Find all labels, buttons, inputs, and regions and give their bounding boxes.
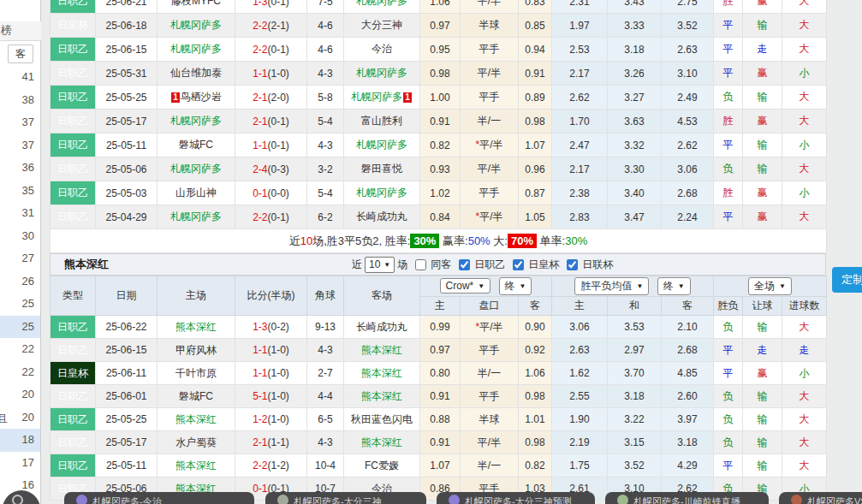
league-j2-checkbox[interactable] (459, 259, 470, 270)
emperor-cup-checkbox[interactable] (513, 259, 524, 270)
team-link[interactable]: 札幌冈萨多 (170, 115, 222, 127)
euro-draw-odds: 3.70 (608, 362, 662, 385)
euro-away-odds: 3.97 (662, 408, 714, 431)
league-cell: 日皇杯 (51, 362, 96, 385)
team-link[interactable]: 札幌冈萨多 (170, 163, 222, 175)
site-favicon (76, 495, 87, 504)
team-link[interactable]: 熊本深红 (175, 321, 217, 333)
team-link[interactable]: 秋田蓝色闪电 (351, 413, 413, 425)
filter-controls: 近 10▼ 场 同客 日职乙 日皇杯 日联杯 (352, 254, 613, 275)
full-time-score: 2-2 (253, 211, 267, 223)
match-row: 日皇杯25-06-18札幌冈萨多2-2(2-1)4-6大分三神0.97半球0.8… (51, 14, 827, 38)
team-link[interactable]: 札幌冈萨多 (356, 0, 407, 7)
asian-away-odds: 0.82 (519, 454, 552, 477)
same-away-checkbox[interactable] (415, 259, 426, 270)
away-filter-button[interactable]: 客 (8, 44, 33, 63)
team-link[interactable]: 鸟栖沙岩 (181, 91, 222, 103)
asian-time-select[interactable]: 终▼ (499, 277, 532, 295)
result-wdl: 平 (714, 205, 743, 229)
team-link[interactable]: 札幌冈萨多 (356, 139, 407, 151)
tab-preview-label: 札幌冈萨多-今治 (92, 495, 162, 504)
score-cell: 2-2(0-1) (235, 205, 307, 229)
taskbar-tab-preview[interactable]: 札幌冈萨多-今治 (64, 492, 254, 504)
result-group: 全场▼ (714, 276, 827, 297)
team-link[interactable]: 熊本深红 (361, 367, 402, 379)
team-link[interactable]: 札幌冈萨多 (170, 210, 222, 222)
euro-away-odds: 2.24 (662, 205, 714, 229)
score-cell: 1-3(0-1) (235, 0, 307, 14)
taskbar-tab-preview[interactable]: 札幌冈萨多-大分三神 (265, 492, 426, 504)
match-row: 日职乙25-05-25熊本深红1-2(1-0)6-5秋田蓝色闪电0.88半球1.… (51, 408, 827, 431)
result-goals: 大 (782, 157, 827, 181)
league-cup-checkbox[interactable] (567, 259, 578, 270)
team-link[interactable]: 磐城FC (179, 390, 213, 402)
team-link[interactable]: 千叶市原 (175, 367, 217, 379)
home-team-cell: 札幌冈萨多 (158, 14, 235, 38)
taskbar-tab-preview[interactable]: 札幌冈萨多-大分三神预测 (437, 492, 595, 504)
ranking-points-value: 37 (0, 134, 40, 157)
team-link[interactable]: 磐城FC (179, 139, 213, 151)
bookmaker-select[interactable]: Crow*▼ (440, 278, 491, 294)
team-link[interactable]: 仙台维加泰 (170, 67, 222, 79)
corner-cell: 9-13 (307, 316, 344, 339)
team-link[interactable]: 熊本深红 (361, 344, 402, 356)
ranking-header-fragment: 榜 (0, 21, 41, 41)
team-link[interactable]: 熊本深红 (361, 436, 402, 448)
euro-away-odds: 2.60 (662, 385, 714, 408)
result-handicap: 赢 (743, 205, 782, 229)
team-link[interactable]: 长崎成功丸 (356, 210, 407, 222)
asian-home-odds: 0.91 (420, 431, 461, 454)
customize-button[interactable]: 定制 (832, 267, 862, 293)
handicap-cell: 平手 (461, 86, 519, 110)
euro-mode-select[interactable]: 胜平负均值▼ (574, 277, 649, 295)
euro-draw-odds: 3.63 (608, 110, 662, 133)
team-link[interactable]: 札幌冈萨多 (356, 187, 407, 199)
team-link[interactable]: 札幌冈萨多 (170, 19, 222, 31)
match-row: 日皇杯25-06-11千叶市原1-1(1-0)2-7熊本深红0.80半/一1.0… (51, 362, 827, 385)
away-team-cell: 长崎成功丸 (344, 316, 420, 339)
euro-away-odds: 2.63 (662, 38, 714, 62)
asian-away-odds: 0.87 (519, 181, 552, 205)
league-cell: 日职乙 (51, 181, 96, 205)
full-time-score: 2-1 (253, 116, 267, 127)
euro-away-odds: 2.49 (662, 86, 714, 110)
euro-away-odds: 2.62 (662, 133, 714, 157)
euro-draw-odds: 3.33 (608, 14, 662, 38)
team-link[interactable]: 甲府风林 (175, 344, 217, 356)
team-link[interactable]: 熊本深红 (175, 413, 217, 425)
team-link[interactable]: 札幌冈萨多 (356, 67, 407, 79)
result-goals: 小 (782, 181, 827, 205)
team-link[interactable]: 熊本深红 (361, 390, 402, 402)
euro-time-select[interactable]: 终▼ (657, 277, 691, 295)
team-link[interactable]: 磐田喜悦 (361, 163, 402, 175)
away-team-cell: 今治 (344, 38, 420, 62)
period-select[interactable]: 全场▼ (748, 277, 792, 295)
taskbar-tab-preview[interactable]: 札幌冈萨多VS大阪樱花 (779, 492, 862, 504)
team-link[interactable]: 长崎成功丸 (356, 321, 407, 333)
half-time-score: (0-1) (268, 44, 289, 56)
taskbar-tab-preview[interactable]: 札幌冈萨多-川崎前锋直播 (605, 492, 769, 504)
match-count-select[interactable]: 10▼ (365, 257, 395, 273)
asian-away-odds: 0.98 (519, 431, 552, 454)
team-link[interactable]: 大分三神 (361, 19, 402, 31)
col-away: 客场 (344, 276, 420, 316)
team-link[interactable]: 札幌冈萨多 (351, 91, 402, 103)
team-link[interactable]: 水户蜀葵 (175, 436, 217, 448)
taskbar-circle-button[interactable] (3, 490, 40, 504)
team-link[interactable]: 山形山神 (175, 187, 217, 199)
result-goals: 大 (782, 316, 827, 339)
result-wdl: 负 (714, 86, 743, 110)
home-team-cell: 千叶市原 (158, 362, 235, 385)
result-goals: 小 (782, 62, 827, 86)
euro-home-odds: 1.70 (552, 110, 608, 133)
score-cell: 2-1(2-0) (235, 86, 307, 110)
result-wdl: 负 (714, 408, 743, 431)
team-link[interactable]: 富山胜利 (361, 115, 402, 127)
team-link[interactable]: 札幌冈萨多 (170, 43, 222, 55)
team-link[interactable]: 藤枝MYFC (171, 0, 221, 7)
result-goals: 大 (782, 14, 827, 38)
team-link[interactable]: 熊本深红 (175, 460, 217, 471)
euro-away-odds: 3.52 (662, 14, 714, 38)
team-link[interactable]: FC爱媛 (365, 460, 399, 471)
team-link[interactable]: 今治 (372, 43, 392, 55)
